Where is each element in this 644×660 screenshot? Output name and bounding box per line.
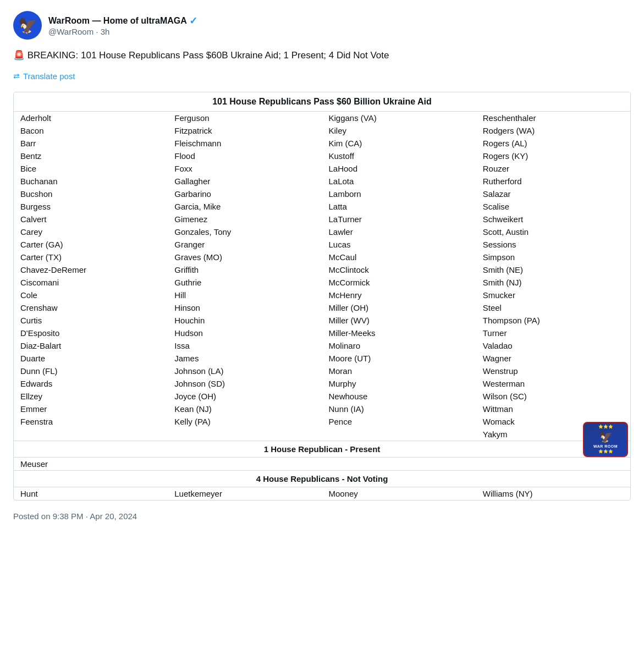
verified-badge: ✓ (189, 15, 197, 27)
table-row: BuchananGallagherLaLotaRutherford (14, 175, 630, 188)
tweet-header: 🦅 WarRoom — Home of ultraMAGA ✓ @WarRoom… (13, 11, 631, 40)
translate-icon: ⇄ (13, 72, 20, 80)
not-voting-cell-1: Luetkemeyer (168, 487, 322, 500)
cell-col2-row21: Johnson (SD) (168, 377, 322, 390)
avatar-icon: 🦅 (18, 16, 37, 35)
cell-col2-row20: Johnson (LA) (168, 365, 322, 377)
cell-col3-row22: Newhouse (322, 390, 476, 403)
cell-col3-row18: Molinaro (322, 339, 476, 352)
table-row: DuarteJamesMoore (UT)Wagner (14, 352, 630, 365)
cell-col3-row13: McCormick (322, 276, 476, 289)
cell-col2-row17: Hudson (168, 327, 322, 339)
cell-col3-row11: McCaul (322, 251, 476, 263)
breaking-emoji: 🚨 (13, 50, 25, 61)
cell-col3-row7: Latta (322, 200, 476, 213)
cell-col2-row3: Flood (168, 150, 322, 162)
table-row: CrenshawHinsonMiller (OH)Steel (14, 301, 630, 314)
table-row: CalvertGimenezLaTurnerSchweikert (14, 213, 630, 226)
cell-col4-row3: Rogers (KY) (476, 150, 630, 162)
cell-col4-row13: Smith (NJ) (476, 276, 630, 289)
not-voting-cell-3: Williams (NY) (476, 487, 630, 500)
cell-col2-row6: Garbarino (168, 188, 322, 200)
posted-label: Posted on (13, 512, 51, 521)
footer-dot: · (86, 512, 88, 521)
cell-col2-row8: Gimenez (168, 213, 322, 226)
votes-table: 101 House Republicans Pass $60 Billion U… (14, 92, 630, 500)
cell-col4-row15: Steel (476, 301, 630, 314)
present-cell-3 (476, 457, 630, 470)
present-cell-2 (322, 457, 476, 470)
cell-col2-row5: Gallagher (168, 175, 322, 188)
cell-col3-row9: Lawler (322, 226, 476, 238)
present-section-title: 1 House Republican - Present (14, 441, 630, 457)
votes-table-container: 101 House Republicans Pass $60 Billion U… (13, 92, 631, 501)
cell-col4-row25: Yakym ⭐⭐⭐ 🦅 WAR ROOM ⭐⭐⭐ (476, 428, 630, 441)
table-row: CurtisHouchinMiller (WV)Thompson (PA) (14, 314, 630, 327)
cell-col4-row1: Rodgers (WA) (476, 124, 630, 137)
cell-col2-row14: Hill (168, 289, 322, 301)
dot-separator: · (96, 27, 100, 36)
translate-link[interactable]: ⇄ Translate post (13, 72, 631, 81)
cell-col4-row22: Wilson (SC) (476, 390, 630, 403)
cell-col4-row21: Westerman (476, 377, 630, 390)
cell-col4-row17: Turner (476, 327, 630, 339)
present-members-row: Meuser (14, 457, 630, 470)
cell-col4-row11: Simpson (476, 251, 630, 263)
cell-col1-row1: Bacon (14, 124, 168, 137)
cell-col3-row14: McHenry (322, 289, 476, 301)
cell-col2-row15: Hinson (168, 301, 322, 314)
cell-col1-row7: Burgess (14, 200, 168, 213)
cell-col1-row19: Duarte (14, 352, 168, 365)
cell-col4-row10: Sessions (476, 238, 630, 251)
cell-col1-row15: Crenshaw (14, 301, 168, 314)
table-row: Yakym ⭐⭐⭐ 🦅 WAR ROOM ⭐⭐⭐ (14, 428, 630, 441)
cell-col2-row23: Kean (NJ) (168, 403, 322, 415)
present-cell-0: Meuser (14, 457, 168, 470)
cell-col2-row19: James (168, 352, 322, 365)
table-row: BucshonGarbarinoLambornSalazar (14, 188, 630, 200)
cell-col3-row19: Moore (UT) (322, 352, 476, 365)
not-voting-cell-0: Hunt (14, 487, 168, 500)
not-voting-section-title: 4 House Republicans - Not Voting (14, 470, 630, 487)
cell-col2-row25 (168, 428, 322, 441)
table-row: BentzFloodKustoffRogers (KY) (14, 150, 630, 162)
footer-time: 9:38 PM (53, 512, 84, 521)
handle[interactable]: @WarRoom (48, 27, 93, 36)
cell-col4-row16: Thompson (PA) (476, 314, 630, 327)
cell-col1-row4: Bice (14, 162, 168, 175)
cell-col2-row24: Kelly (PA) (168, 415, 322, 428)
cell-col3-row5: LaLota (322, 175, 476, 188)
cell-col3-row24: Pence (322, 415, 476, 428)
cell-col2-row12: Griffith (168, 263, 322, 276)
cell-col1-row9: Carey (14, 226, 168, 238)
table-row: BiceFoxxLaHoodRouzer (14, 162, 630, 175)
account-handle-time: @WarRoom · 3h (48, 27, 197, 36)
cell-col4-row4: Rouzer (476, 162, 630, 175)
present-cell-1 (168, 457, 322, 470)
avatar[interactable]: 🦅 (13, 11, 42, 40)
cell-col1-row2: Barr (14, 137, 168, 150)
cell-col1-row3: Bentz (14, 150, 168, 162)
cell-col4-row20: Wenstrup (476, 365, 630, 377)
cell-col1-row23: Emmer (14, 403, 168, 415)
cell-col1-row10: Carter (GA) (14, 238, 168, 251)
cell-col3-row1: Kiley (322, 124, 476, 137)
cell-col3-row16: Miller (WV) (322, 314, 476, 327)
table-row: ColeHillMcHenrySmucker (14, 289, 630, 301)
table-row: Chavez-DeRemerGriffithMcClintockSmith (N… (14, 263, 630, 276)
cell-col1-row5: Buchanan (14, 175, 168, 188)
cell-col2-row22: Joyce (OH) (168, 390, 322, 403)
cell-col3-row4: LaHood (322, 162, 476, 175)
cell-col4-row2: Rogers (AL) (476, 137, 630, 150)
cell-col1-row14: Cole (14, 289, 168, 301)
tweet-text: BREAKING: 101 House Republicans Pass $60… (27, 50, 389, 61)
table-row: AderholtFergusonKiggans (VA)Reschenthale… (14, 111, 630, 124)
cell-col2-row16: Houchin (168, 314, 322, 327)
table-row: D'EspositoHudsonMiller-MeeksTurner (14, 327, 630, 339)
not-voting-cell-2: Mooney (322, 487, 476, 500)
cell-col3-row10: Lucas (322, 238, 476, 251)
table-row: BarrFleischmannKim (CA)Rogers (AL) (14, 137, 630, 150)
translate-label[interactable]: Translate post (23, 72, 75, 81)
display-name[interactable]: WarRoom — Home of ultraMAGA (48, 16, 187, 26)
cell-col1-row17: D'Esposito (14, 327, 168, 339)
